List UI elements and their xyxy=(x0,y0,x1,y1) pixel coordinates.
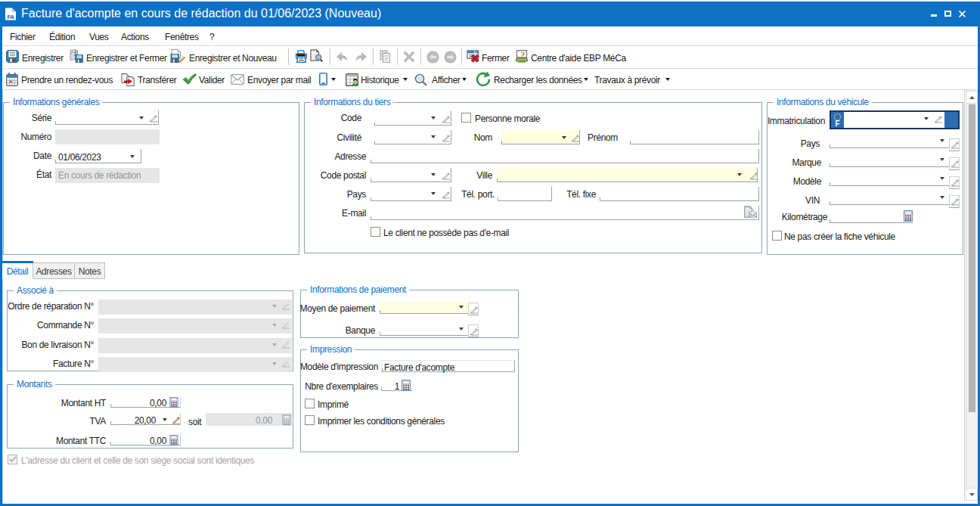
svg-text:FA: FA xyxy=(7,14,14,20)
svg-text:F: F xyxy=(836,120,840,128)
